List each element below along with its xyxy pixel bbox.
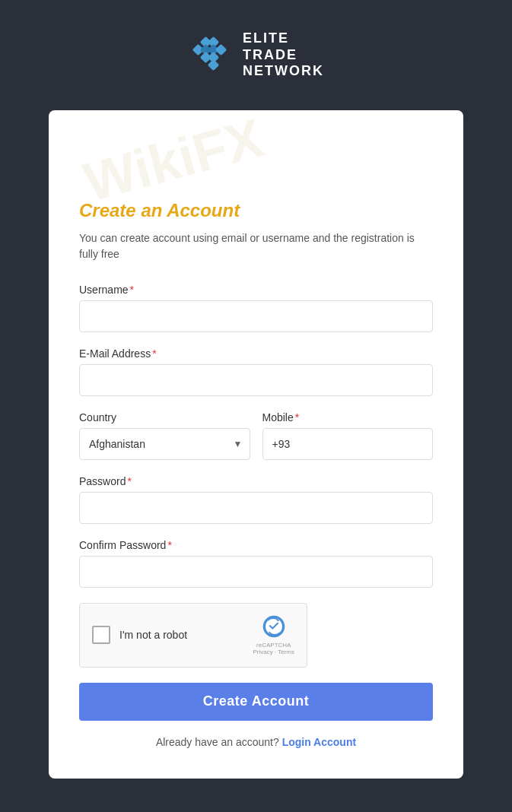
- confirm-password-label: Confirm Password*: [79, 539, 433, 551]
- captcha-container[interactable]: I'm not a robot reCAPTCHA Privacy · Term…: [79, 603, 307, 668]
- mobile-group: Mobile*: [262, 411, 434, 460]
- logo-line2: TRADE: [243, 47, 324, 64]
- login-account-link[interactable]: Login Account: [282, 736, 356, 748]
- password-group: Password*: [79, 475, 433, 524]
- country-group: Country Afghanistan Albania Algeria Unit…: [79, 411, 250, 460]
- country-mobile-row: Country Afghanistan Albania Algeria Unit…: [79, 411, 433, 460]
- watermark: WikiFX: [77, 110, 434, 214]
- mobile-input[interactable]: [262, 428, 434, 460]
- captcha-checkbox[interactable]: [92, 626, 110, 644]
- confirm-password-required: *: [167, 539, 171, 551]
- svg-rect-8: [208, 59, 220, 71]
- mobile-label: Mobile*: [262, 411, 434, 423]
- captcha-left: I'm not a robot: [92, 626, 187, 644]
- mobile-required: *: [295, 411, 299, 423]
- logo-line3: NETWORK: [243, 63, 324, 80]
- logo-line1: ELITE: [243, 30, 324, 47]
- recaptcha-label: reCAPTCHA Privacy · Terms: [253, 642, 294, 656]
- registration-card: WikiFX Create an Account You can create …: [49, 110, 463, 779]
- username-label: Username*: [79, 284, 433, 296]
- svg-rect-5: [215, 44, 227, 56]
- password-input[interactable]: [79, 492, 433, 524]
- captcha-label: I'm not a robot: [119, 629, 187, 641]
- confirm-password-group: Confirm Password*: [79, 539, 433, 588]
- country-select[interactable]: Afghanistan Albania Algeria United State…: [79, 428, 250, 460]
- login-link-row: Already have an account? Login Account: [79, 736, 433, 748]
- confirm-password-input[interactable]: [79, 556, 433, 588]
- password-label: Password*: [79, 475, 433, 487]
- form-title: Create an Account: [79, 200, 433, 221]
- login-prompt-text: Already have an account?: [156, 736, 279, 748]
- logo-text: ELITE TRADE NETWORK: [243, 30, 324, 80]
- country-label: Country: [79, 411, 250, 423]
- create-account-button[interactable]: Create Account: [79, 683, 433, 721]
- email-label: E-Mail Address*: [79, 347, 433, 360]
- username-required: *: [130, 284, 134, 296]
- country-select-wrapper: Afghanistan Albania Algeria United State…: [79, 428, 250, 460]
- form-subtitle: You can create account using email or us…: [79, 230, 433, 262]
- recaptcha-branding: reCAPTCHA Privacy · Terms: [253, 614, 294, 656]
- email-group: E-Mail Address*: [79, 347, 433, 396]
- username-group: Username*: [79, 284, 433, 332]
- email-required: *: [152, 347, 156, 360]
- email-input[interactable]: [79, 364, 433, 396]
- logo-icon: [188, 32, 234, 78]
- recaptcha-icon: [262, 614, 286, 639]
- username-input[interactable]: [79, 300, 433, 332]
- password-required: *: [127, 475, 131, 487]
- logo-area: ELITE TRADE NETWORK: [188, 30, 324, 80]
